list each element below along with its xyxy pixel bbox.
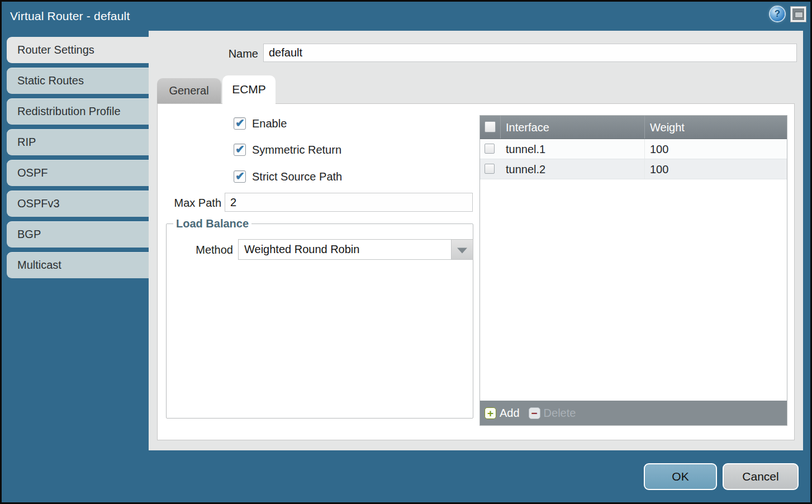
- sidebar: Router Settings Static Routes Redistribu…: [7, 37, 149, 283]
- ecmp-tab-panel: Enable Symmetric Return Strict Source Pa…: [157, 103, 795, 440]
- virtual-router-dialog: Virtual Router - default ? Router Settin…: [0, 0, 812, 504]
- dialog-title: Virtual Router - default: [10, 2, 130, 31]
- restore-window-icon[interactable]: [791, 7, 806, 22]
- method-label: Method: [167, 239, 233, 260]
- table-row[interactable]: tunnel.2 100: [480, 159, 787, 179]
- weight-column-header: Weight: [645, 116, 787, 139]
- tab-ecmp[interactable]: ECMP: [222, 75, 276, 104]
- strict-source-path-checkbox[interactable]: [234, 170, 246, 183]
- enable-checkbox[interactable]: [234, 117, 246, 130]
- symmetric-return-checkbox[interactable]: [234, 144, 246, 156]
- method-dropdown-value: Weighted Round Robin: [239, 240, 451, 259]
- sidebar-item-ospfv3[interactable]: OSPFv3: [7, 191, 149, 217]
- plus-icon: +: [485, 407, 496, 419]
- interface-column-header: Interface: [501, 116, 645, 139]
- sidebar-item-ospf[interactable]: OSPF: [7, 160, 149, 186]
- row-select-cell: [480, 139, 501, 159]
- method-row: Method Weighted Round Robin: [167, 239, 473, 260]
- ok-button[interactable]: OK: [644, 463, 717, 490]
- symmetric-return-label: Symmetric Return: [252, 144, 341, 156]
- sidebar-item-multicast[interactable]: Multicast: [7, 252, 149, 278]
- row-checkbox[interactable]: [485, 144, 495, 154]
- enable-label: Enable: [252, 117, 287, 130]
- minus-icon: −: [529, 407, 540, 419]
- sidebar-item-redistribution-profile[interactable]: Redistribution Profile: [7, 98, 149, 125]
- add-button-label: Add: [500, 407, 520, 420]
- tab-general[interactable]: General: [157, 78, 221, 103]
- interface-table-header: Interface Weight: [480, 116, 787, 139]
- max-path-input[interactable]: [225, 193, 473, 212]
- load-balance-fieldset: Load Balance Method Weighted Round Robin: [166, 217, 473, 419]
- sidebar-item-static-routes[interactable]: Static Routes: [7, 68, 149, 94]
- interface-table: Interface Weight tunnel.1 100 tunnel.2 1…: [479, 115, 787, 426]
- interface-cell: tunnel.1: [501, 139, 645, 159]
- select-all-checkbox[interactable]: [485, 121, 496, 132]
- load-balance-legend: Load Balance: [173, 217, 251, 230]
- sidebar-item-rip[interactable]: RIP: [7, 129, 149, 155]
- delete-button-label: Delete: [544, 407, 576, 420]
- name-input[interactable]: [263, 44, 797, 62]
- sidebar-item-bgp[interactable]: BGP: [7, 221, 149, 248]
- name-label: Name: [149, 47, 258, 60]
- max-path-label: Max Path: [158, 197, 221, 210]
- interface-cell: tunnel.2: [501, 159, 645, 179]
- strict-source-path-label: Strict Source Path: [252, 170, 342, 183]
- interface-table-toolbar: + Add − Delete: [480, 401, 787, 425]
- table-row[interactable]: tunnel.1 100: [480, 139, 787, 159]
- help-icon[interactable]: ?: [770, 7, 785, 21]
- row-checkbox[interactable]: [485, 164, 495, 174]
- row-select-cell: [480, 159, 501, 179]
- delete-button[interactable]: − Delete: [529, 407, 576, 420]
- add-button[interactable]: + Add: [485, 407, 520, 420]
- select-all-cell: [480, 116, 501, 139]
- sidebar-item-router-settings[interactable]: Router Settings: [7, 37, 149, 63]
- method-dropdown[interactable]: Weighted Round Robin: [238, 239, 473, 260]
- cancel-button[interactable]: Cancel: [723, 463, 799, 490]
- title-bar: Virtual Router - default ?: [2, 2, 810, 31]
- weight-cell: 100: [645, 159, 787, 179]
- content-area: Name General ECMP Enable Symmetric Retur…: [149, 31, 803, 450]
- chevron-down-icon[interactable]: [451, 240, 473, 259]
- weight-cell: 100: [645, 139, 787, 159]
